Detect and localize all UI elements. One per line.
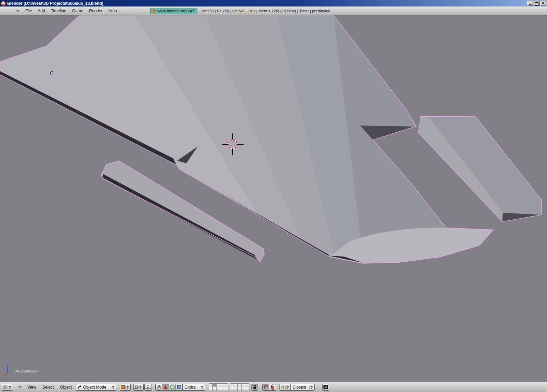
mode-dropdown[interactable]: Object Mode — [76, 384, 116, 391]
layer-cell[interactable] — [217, 387, 220, 391]
object-mode-icon — [78, 385, 82, 389]
layer-cell[interactable] — [224, 387, 228, 391]
snap-element-button[interactable] — [279, 384, 291, 391]
window-titlebar: Blender [D:\Invest\3D Projects\Su6\su6_1… — [0, 0, 547, 6]
blender-logo-icon — [152, 9, 156, 13]
rotate-manipulator-button[interactable] — [169, 384, 176, 391]
panel-collapse-icon[interactable] — [16, 10, 20, 12]
snap-button[interactable] — [262, 384, 269, 391]
bottom-header: View Select Object Object Mode Ω — [0, 382, 547, 392]
snap-element-icon — [281, 385, 285, 389]
layer-cell[interactable] — [209, 384, 213, 387]
menu-timeline[interactable]: Timeline — [50, 9, 68, 13]
shading-stepper[interactable] — [125, 386, 130, 389]
layer-cell[interactable] — [242, 387, 245, 391]
editor-type-stepper[interactable] — [8, 386, 12, 389]
lock-icon — [253, 385, 257, 389]
layer-cell[interactable] — [238, 384, 242, 387]
version-badge-label: www.blender.org 247 — [157, 9, 194, 13]
translate-icon — [163, 385, 168, 389]
layer-cell[interactable] — [213, 387, 217, 391]
viewport-3d[interactable]: z y x (4) predkrylok — [0, 15, 547, 382]
snap-peel-button[interactable] — [269, 384, 276, 391]
menu-render[interactable]: Render — [88, 9, 104, 13]
menu-game[interactable]: Game — [71, 9, 85, 13]
mode-stepper[interactable] — [111, 386, 115, 389]
solid-shading-icon — [121, 385, 125, 389]
layer-cell[interactable] — [230, 384, 234, 387]
layer-group-1[interactable] — [209, 383, 228, 391]
wing-mesh[interactable] — [0, 15, 499, 275]
layer-cell[interactable] — [230, 387, 234, 391]
grid-icon — [3, 385, 7, 389]
orientation-stepper[interactable] — [200, 386, 204, 389]
layer-cell[interactable] — [220, 387, 224, 391]
scale-icon — [177, 385, 181, 389]
axis-z-label: z — [6, 362, 8, 365]
layer-cell[interactable] — [245, 384, 249, 387]
manipulator-toggle-button[interactable] — [144, 384, 152, 391]
pivot-dropdown[interactable]: Ω — [133, 384, 144, 391]
layer-cell[interactable] — [217, 384, 220, 387]
pivot-icon: Ω — [134, 384, 138, 390]
restore-button[interactable] — [534, 1, 539, 6]
snap-element-stepper[interactable] — [285, 386, 290, 389]
layer-grid[interactable] — [209, 383, 249, 391]
rotate-icon — [170, 384, 175, 390]
version-badge[interactable]: www.blender.org 247 — [150, 8, 197, 14]
object-origin — [50, 71, 53, 74]
orientation-dropdown[interactable]: Global — [183, 384, 205, 391]
render-preview-button[interactable] — [322, 384, 329, 391]
close-icon: × — [542, 1, 544, 5]
snap-mode-value: Closest — [292, 385, 306, 390]
close-button[interactable]: × — [540, 1, 546, 6]
magnet-icon — [263, 385, 268, 390]
editor-type-button[interactable] — [2, 384, 13, 391]
hand-icon — [156, 385, 161, 390]
snap-mode-dropdown[interactable]: Closest — [291, 384, 315, 391]
layer-cell[interactable] — [224, 384, 228, 387]
axis-x-label: x — [2, 377, 4, 381]
grab-hand-button[interactable] — [155, 384, 162, 391]
top-header: File Add Timeline Game Render Help www.b… — [0, 6, 547, 15]
minimize-icon — [529, 4, 532, 5]
layer-cell-active[interactable] — [213, 384, 217, 387]
menu-add[interactable]: Add — [36, 9, 46, 13]
scale-manipulator-button[interactable] — [176, 384, 183, 391]
menu-object[interactable]: Object — [58, 385, 73, 390]
window-title: Blender [D:\Invest\3D Projects\Su6\su6_1… — [7, 1, 103, 6]
layer-cell[interactable] — [242, 384, 245, 387]
restore-icon — [535, 2, 538, 5]
menu-help[interactable]: Help — [107, 9, 118, 13]
layer-cell[interactable] — [238, 387, 242, 391]
layer-cell[interactable] — [220, 384, 224, 387]
mode-dropdown-value: Object Mode — [83, 385, 106, 390]
snap-peel-icon — [271, 384, 274, 390]
stats-readout: Ve:238 | Fa:250 | Ob:5-5 | La:1 | Mem:1.… — [201, 9, 330, 13]
blender-logo-icon — [1, 1, 6, 6]
layer-cell[interactable] — [234, 387, 238, 391]
menu-file[interactable]: File — [24, 9, 33, 13]
menu-view[interactable]: View — [26, 385, 38, 390]
view-label: (4) predkrylok — [14, 369, 39, 373]
layer-cell[interactable] — [245, 387, 249, 391]
layer-cell[interactable] — [209, 387, 213, 391]
render-image-icon — [323, 385, 328, 389]
flap-mesh[interactable] — [418, 116, 542, 222]
snap-mode-stepper[interactable] — [309, 386, 314, 389]
layer-cell[interactable] — [234, 384, 238, 387]
move-widget-icon — [145, 385, 151, 389]
translate-manipulator-button[interactable] — [162, 384, 169, 391]
minimize-button[interactable] — [527, 1, 533, 6]
layer-group-2[interactable] — [230, 383, 249, 391]
pivot-stepper[interactable] — [138, 386, 143, 389]
header-collapse-icon[interactable] — [18, 386, 22, 388]
lock-button[interactable] — [251, 384, 258, 391]
menu-select[interactable]: Select — [41, 385, 55, 390]
shading-dropdown[interactable] — [120, 384, 131, 391]
viewport-canvas: z y x (4) predkrylok — [0, 15, 547, 382]
orientation-value: Global — [184, 385, 196, 390]
